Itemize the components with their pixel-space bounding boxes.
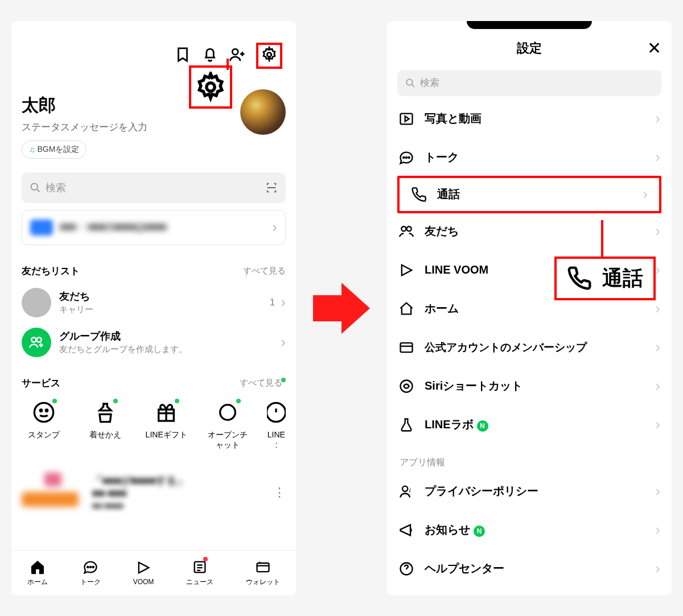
svg-rect-18 — [401, 113, 413, 124]
svg-point-3 — [31, 183, 38, 190]
chevron-right-icon: › — [655, 222, 660, 240]
settings-row-help[interactable]: ヘルプセンター › — [387, 549, 672, 588]
chevron-right-icon: › — [655, 377, 660, 395]
list-item-sub: キャリー — [59, 304, 262, 315]
svg-point-26 — [402, 486, 408, 491]
friends-row[interactable]: 友だち キャリー 1 › — [22, 288, 286, 317]
chevron-right-icon: › — [655, 110, 660, 127]
svg-point-22 — [401, 226, 406, 231]
qr-scan-icon[interactable] — [265, 181, 278, 194]
list-item-title: 友だち — [59, 290, 262, 303]
list-item-title: グループ作成 — [59, 329, 273, 343]
settings-search-input[interactable]: 検索 — [397, 70, 661, 96]
see-all-link[interactable]: すべて見る — [240, 378, 286, 388]
svg-point-7 — [40, 410, 42, 411]
svg-point-20 — [406, 156, 407, 158]
gear-icon — [195, 72, 226, 102]
settings-row-notice[interactable]: お知らせN › — [387, 511, 672, 549]
top-toolbar — [22, 31, 286, 69]
profile-section: 太郎 ステータスメッセージを入力 ♫ BGMを設定 — [22, 94, 286, 159]
profile-status[interactable]: ステータスメッセージを入力 — [22, 121, 147, 134]
service-sticker[interactable]: スタンプ — [22, 401, 66, 450]
settings-row-labs[interactable]: LINEラボN › — [387, 406, 672, 444]
settings-row-photo[interactable]: 写真と動画 › — [387, 100, 672, 138]
section-app-info: アプリ情報 — [387, 444, 672, 472]
svg-point-1 — [267, 52, 271, 57]
svg-text:i: i — [409, 486, 411, 494]
close-icon[interactable]: ✕ — [647, 38, 661, 58]
svg-point-12 — [87, 566, 88, 567]
service-more[interactable]: LINE : — [267, 401, 286, 450]
new-badge: N — [477, 420, 488, 432]
tab-voom[interactable]: VOOM — [133, 560, 154, 586]
add-friend-icon[interactable] — [229, 46, 246, 65]
see-all-link[interactable]: すべて見る — [243, 266, 286, 276]
settings-row-siri[interactable]: Siriショートカット › — [387, 367, 672, 406]
services-row: スタンプ 着せかえ LINEギフト オープンチャット LINE : — [22, 401, 286, 450]
bookmark-icon[interactable] — [174, 46, 191, 65]
friend-list-title: 友だちリスト — [22, 264, 80, 278]
more-icon[interactable]: ⋮ — [273, 485, 286, 500]
call-callout: 通話 — [554, 257, 656, 300]
settings-row-talk[interactable]: トーク › — [387, 138, 672, 177]
svg-point-5 — [37, 337, 42, 342]
svg-point-2 — [207, 82, 215, 90]
search-input[interactable]: 検索 — [22, 172, 286, 203]
gear-icon[interactable] — [261, 55, 278, 65]
svg-point-13 — [90, 566, 91, 567]
profile-name[interactable]: 太郎 — [22, 94, 147, 117]
services-header: サービス すべて見る — [22, 377, 286, 390]
svg-point-6 — [34, 403, 53, 421]
svg-point-23 — [407, 226, 412, 231]
chevron-right-icon: › — [281, 333, 286, 351]
tab-home[interactable]: ホーム — [27, 559, 48, 587]
settings-row-membership[interactable]: 公式アカウントのメンバーシップ › — [387, 328, 672, 367]
annotation-arrow — [313, 283, 370, 334]
list-item-sub: 友だちとグループを作成します。 — [59, 344, 273, 355]
settings-row-call-highlight[interactable]: 通話 › — [397, 176, 661, 213]
settings-icon-highlight — [256, 43, 282, 69]
tab-news[interactable]: ニュース — [186, 559, 213, 587]
phone-icon — [411, 187, 427, 202]
service-theme[interactable]: 着せかえ — [83, 401, 127, 450]
group-add-icon — [22, 328, 51, 357]
settings-row-friends[interactable]: 友だち › — [387, 212, 672, 251]
svg-rect-24 — [401, 342, 413, 352]
chevron-right-icon: › — [655, 416, 660, 433]
search-placeholder: 検索 — [46, 181, 66, 195]
settings-row-privacy[interactable]: i プライバシーポリシー › — [387, 472, 672, 511]
svg-point-4 — [31, 337, 36, 342]
create-group-row[interactable]: グループ作成 友だちとグループを作成します。 › — [22, 328, 286, 357]
chevron-right-icon: › — [655, 482, 660, 500]
tab-wallet[interactable]: ウォレット — [246, 559, 280, 587]
svg-point-17 — [406, 79, 413, 85]
friend-count: 1 — [270, 297, 275, 308]
bgm-label: BGMを設定 — [38, 144, 80, 155]
chevron-right-icon: › — [655, 338, 660, 356]
chevron-right-icon: › — [655, 261, 660, 279]
service-gift[interactable]: LINEギフト — [144, 401, 188, 450]
svg-point-25 — [401, 380, 413, 392]
svg-point-0 — [232, 49, 238, 55]
svg-point-19 — [403, 156, 404, 158]
annotation-line — [601, 220, 603, 260]
services-title: サービス — [22, 377, 60, 390]
content-card[interactable]: 「■■■が■■■■する」■■-■■■■■ ■■■■ ⋮ — [22, 473, 286, 512]
chevron-right-icon: › — [655, 560, 660, 577]
chevron-right-icon: › — [643, 185, 648, 203]
bell-icon[interactable] — [201, 46, 219, 65]
tab-talk[interactable]: トーク — [80, 559, 101, 587]
bottom-tab-bar: ホーム トーク VOOM ニュース ウォレット — [11, 550, 296, 596]
avatar[interactable] — [240, 89, 286, 135]
svg-rect-10 — [220, 404, 236, 420]
callout-label: 通話 — [602, 264, 643, 292]
settings-header: 設定 ✕ — [387, 32, 672, 64]
phone-icon — [567, 266, 592, 291]
bgm-button[interactable]: ♫ BGMを設定 — [22, 140, 87, 159]
phone-notch — [467, 21, 592, 29]
svg-rect-16 — [257, 563, 269, 572]
banner-card[interactable]: ■■■ ・■■■の■■■■は■■■■ › — [22, 210, 286, 245]
service-openchat[interactable]: オープンチャット — [205, 401, 250, 450]
svg-point-21 — [409, 156, 410, 158]
search-placeholder: 検索 — [420, 76, 439, 89]
